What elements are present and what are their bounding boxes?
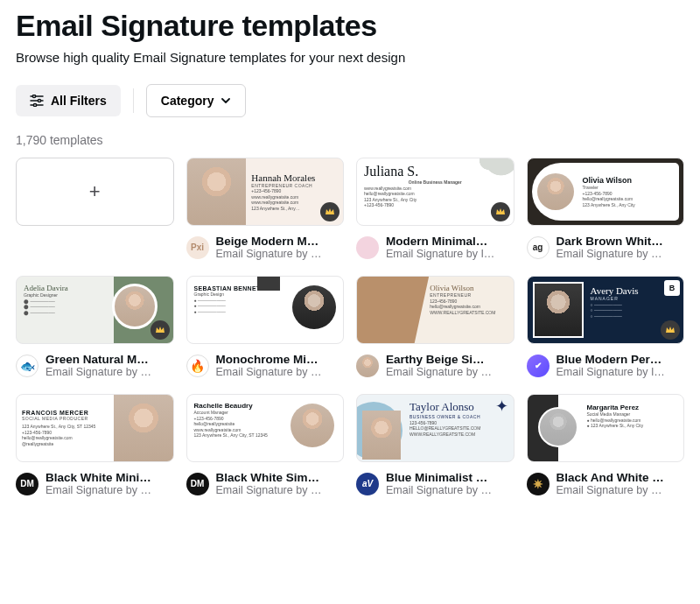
template-thumbnail: SEBASTIAN BENNETT Graphic Design ● ─────… bbox=[186, 276, 345, 344]
premium-crown-icon bbox=[491, 202, 510, 221]
sig-name: Avery Davis bbox=[591, 285, 639, 296]
sig-line: @reallygreatsite bbox=[22, 441, 108, 447]
template-author: Email Signature by … bbox=[46, 484, 174, 496]
filter-bar: All Filters Category bbox=[16, 84, 684, 117]
chevron-down-icon bbox=[220, 95, 231, 106]
template-title: Blue Modern Per… bbox=[556, 353, 685, 366]
template-thumbnail: Hannah Morales ENTREPRENEUR COACH +123-4… bbox=[186, 158, 345, 226]
sig-name: Taylor Alonso bbox=[410, 400, 508, 414]
template-card[interactable]: Rachelle Beaudry Account Manager +123-45… bbox=[186, 394, 345, 496]
template-title: Dark Brown Whit… bbox=[556, 235, 685, 248]
sig-line: WWW.REALLYGREATSITE.COM bbox=[430, 310, 508, 316]
template-card[interactable]: Juliana S. Online Business Manager www.r… bbox=[356, 158, 514, 260]
sig-name: Olivia Wilson bbox=[583, 176, 676, 185]
template-thumbnail: Rachelle Beaudry Account Manager +123-45… bbox=[186, 394, 345, 462]
template-title: Black And White … bbox=[556, 471, 685, 484]
plus-icon: + bbox=[16, 158, 174, 226]
template-author: Email Signature by … bbox=[386, 484, 514, 496]
template-thumbnail: FRANCOIS MERCER SOCIAL MEDIA PRODUCER 12… bbox=[16, 394, 174, 462]
svg-point-3 bbox=[38, 99, 40, 102]
author-avatar: Pxi bbox=[186, 236, 209, 259]
category-label: Category bbox=[161, 94, 214, 108]
template-thumbnail: Olivia Wilson ENTREPRENEUR 123-456-7890 … bbox=[356, 276, 514, 344]
divider bbox=[133, 88, 134, 113]
template-author: Email Signature by … bbox=[46, 366, 174, 378]
premium-crown-icon bbox=[661, 320, 680, 340]
sig-line: 123 Anywhere St., Any City bbox=[583, 202, 676, 208]
template-author: Email Signature by … bbox=[386, 366, 514, 378]
all-filters-button[interactable]: All Filters bbox=[16, 85, 121, 116]
template-title: Earthy Beige Si… bbox=[386, 353, 514, 366]
premium-crown-icon bbox=[320, 202, 340, 221]
template-card[interactable]: SEBASTIAN BENNETT Graphic Design ● ─────… bbox=[186, 276, 345, 378]
template-author: Email Signature by … bbox=[556, 484, 685, 496]
template-author: Email Signature by I… bbox=[556, 366, 685, 378]
template-card[interactable]: Adelia Davira Graphic Designer ⬤ ───────… bbox=[16, 276, 174, 378]
template-card[interactable]: Olivia Wilson Traveler +123-456-7890 hel… bbox=[527, 158, 685, 260]
author-avatar: ag bbox=[527, 236, 550, 259]
template-thumbnail: Margarita Perez Social Media Manager ● h… bbox=[527, 394, 685, 462]
template-title: Blue Minimalist … bbox=[386, 471, 514, 484]
template-thumbnail: Adelia Davira Graphic Designer ⬤ ───────… bbox=[16, 276, 174, 344]
template-title: Green Natural M… bbox=[46, 353, 174, 366]
template-title: Monochrome Mi… bbox=[216, 353, 345, 366]
template-card[interactable]: FRANCOIS MERCER SOCIAL MEDIA PRODUCER 12… bbox=[16, 394, 174, 496]
all-filters-label: All Filters bbox=[51, 94, 107, 108]
sig-name: Margarita Perez bbox=[587, 404, 679, 411]
svg-point-5 bbox=[33, 103, 36, 106]
template-author: Email Signature by … bbox=[216, 366, 345, 378]
sig-name: FRANCOIS MERCER bbox=[22, 410, 108, 416]
sig-role: SOCIAL MEDIA PRODUCER bbox=[22, 416, 108, 422]
author-avatar: ✷ bbox=[527, 473, 550, 495]
template-title: Modern Minimal… bbox=[386, 235, 514, 248]
template-card[interactable]: Margarita Perez Social Media Manager ● h… bbox=[527, 394, 685, 496]
author-avatar bbox=[356, 355, 379, 377]
template-card[interactable]: ✦ Taylor Alonso BUSINESS OWNER & COACH 1… bbox=[356, 394, 514, 496]
author-avatar: ✔ bbox=[527, 355, 550, 377]
premium-crown-icon bbox=[150, 320, 170, 340]
template-card[interactable]: Olivia Wilson ENTREPRENEUR 123-456-7890 … bbox=[356, 276, 514, 378]
template-author: Email Signature by … bbox=[556, 248, 685, 260]
sig-line: WWW.REALLYGREATSITE.COM bbox=[410, 432, 508, 438]
page-title: Email Signature templates bbox=[16, 9, 684, 43]
page-subtitle: Browse high quality Email Signature temp… bbox=[16, 50, 684, 65]
create-blank-card[interactable]: + bbox=[16, 158, 174, 260]
template-card[interactable]: Hannah Morales ENTREPRENEUR COACH +123-4… bbox=[186, 158, 345, 260]
author-avatar: DM bbox=[186, 473, 209, 495]
author-avatar: 🐟 bbox=[16, 355, 38, 377]
sig-line: 123 Anywhere St., Any City bbox=[591, 423, 643, 428]
template-author: Email Signature by … bbox=[216, 248, 345, 260]
svg-point-1 bbox=[32, 95, 35, 97]
results-count: 1,790 templates bbox=[16, 133, 684, 147]
sig-line: hello@reallygreatsite.com bbox=[591, 418, 641, 423]
template-grid: + Hannah Morales ENTREPRENEUR COACH +123… bbox=[16, 158, 684, 496]
template-author: Email Signature by I… bbox=[386, 248, 514, 260]
author-avatar: DM bbox=[16, 473, 38, 495]
author-avatar: 🔥 bbox=[186, 355, 209, 377]
template-title: Black White Sim… bbox=[216, 471, 345, 484]
template-thumbnail: ✦ Taylor Alonso BUSINESS OWNER & COACH 1… bbox=[356, 394, 514, 462]
template-thumbnail: Olivia Wilson Traveler +123-456-7890 hel… bbox=[527, 158, 685, 226]
author-avatar: aV bbox=[356, 473, 379, 495]
template-title: Black White Mini… bbox=[46, 471, 174, 484]
sliders-icon bbox=[30, 95, 44, 107]
template-title: Beige Modern M… bbox=[216, 235, 345, 248]
category-dropdown[interactable]: Category bbox=[146, 84, 247, 117]
template-thumbnail: B Avery Davis MANAGER ○ ───────── ○ ────… bbox=[527, 276, 685, 344]
template-card[interactable]: B Avery Davis MANAGER ○ ───────── ○ ────… bbox=[527, 276, 685, 378]
sig-name: Hannah Morales bbox=[251, 172, 340, 183]
template-thumbnail: Juliana S. Online Business Manager www.r… bbox=[356, 158, 514, 226]
sig-line: +123-456-7890 bbox=[364, 202, 507, 208]
template-author: Email Signature by … bbox=[216, 484, 345, 496]
author-avatar bbox=[356, 236, 379, 259]
sig-name: Olivia Wilson bbox=[430, 284, 508, 292]
